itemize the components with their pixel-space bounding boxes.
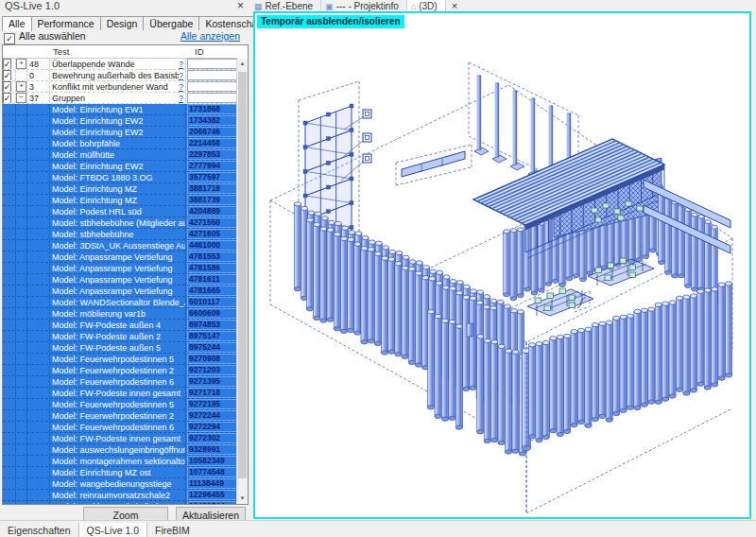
id-field[interactable]: 12296455 xyxy=(187,490,237,500)
status-tab-qs-live-1-0[interactable]: QS-Live 1.0 xyxy=(78,523,147,537)
id-field[interactable]: 10582349 xyxy=(187,456,237,466)
id-field[interactable]: 1734382 xyxy=(187,115,237,126)
id-field[interactable]: 9272294 xyxy=(187,422,237,432)
group-row[interactable]: Model: Podest HRL süd4204889 xyxy=(3,206,237,217)
id-field[interactable]: 3881718 xyxy=(187,183,237,194)
group-row[interactable]: Model: FW-Podeste innen gesamt9271718 xyxy=(3,388,237,399)
panel-close-icon[interactable]: × xyxy=(237,0,244,12)
id-field[interactable]: 9328991 xyxy=(187,444,237,455)
help-link[interactable]: ? xyxy=(179,94,183,103)
status-tab-eigenschaften[interactable]: Eigenschaften xyxy=(0,523,78,537)
group-row[interactable]: Model: Anpassrampe Vertiefung4781553 xyxy=(3,251,237,263)
group-row[interactable]: Model: stbhebebühne4271605 xyxy=(3,229,237,240)
table-row[interactable]: ✓+3Konflikt mit verbundener Wand? xyxy=(3,81,237,93)
status-tab-firebim[interactable]: FireBIM xyxy=(147,523,198,537)
id-field[interactable]: 2777994 xyxy=(187,161,237,171)
id-field[interactable] xyxy=(187,93,237,103)
group-row[interactable]: Model: Einrichtung EW11731868 xyxy=(3,104,237,115)
help-link[interactable]: ? xyxy=(179,82,183,92)
panel-tab-performance[interactable]: Performance xyxy=(31,16,101,30)
group-row[interactable]: Model: möblierung var1b6600609 xyxy=(3,308,237,320)
id-field[interactable]: 9271395 xyxy=(187,376,237,387)
id-field[interactable]: 2297853 xyxy=(187,149,237,160)
id-field[interactable]: 1731868 xyxy=(187,104,237,114)
temporary-hide-isolate-banner[interactable]: Temporär ausblenden/isolieren xyxy=(257,15,404,28)
group-row[interactable]: Model: FW-Podeste außen 48974853 xyxy=(3,320,237,331)
group-row[interactable]: Model: FW-Podeste außen 28975147 xyxy=(3,331,237,342)
3d-viewport[interactable]: Temporär ausblenden/isolieren xyxy=(253,11,751,519)
id-field[interactable]: 3881739 xyxy=(187,195,237,205)
group-row[interactable]: Model: Einrichtung MZ ost10774548 xyxy=(3,467,237,478)
id-field[interactable]: 9271718 xyxy=(187,388,237,398)
id-field[interactable]: 11138449 xyxy=(187,478,237,489)
row-checkbox[interactable]: ✓ xyxy=(3,59,11,69)
group-row[interactable]: Model: FW-Podeste außen 58975244 xyxy=(3,342,237,354)
group-row[interactable]: Model: bohrpfähle2214458 xyxy=(3,138,237,149)
group-row[interactable]: Model: WANDSectionaltor Blende_Anpassram… xyxy=(3,297,237,308)
table-row[interactable]: ✓+48Überlappende Wände? xyxy=(3,59,237,70)
id-field[interactable]: 9271203 xyxy=(187,365,237,375)
group-row[interactable]: Model: Anpassrampe Vertiefung4781665 xyxy=(3,286,237,297)
group-row[interactable]: Model: 3DStA_UK Aussenstiege Austreifung… xyxy=(3,240,237,251)
id-field[interactable]: 4781665 xyxy=(187,286,237,296)
id-field[interactable]: 12461544 xyxy=(187,501,237,504)
group-row[interactable]: Model: Anpassrampe Vertiefung4781611 xyxy=(3,274,237,286)
id-field[interactable]: 3577597 xyxy=(187,172,237,182)
row-checkbox[interactable]: ✓ xyxy=(3,81,11,92)
id-field[interactable]: 6600609 xyxy=(187,308,237,319)
collapse-minus-icon[interactable]: − xyxy=(16,93,26,103)
3d-model-canvas[interactable] xyxy=(255,13,749,517)
id-field[interactable]: 9272244 xyxy=(187,410,237,421)
id-field[interactable]: 4781586 xyxy=(187,263,237,273)
id-field[interactable]: 9272302 xyxy=(187,433,237,443)
select-all-checkbox[interactable]: ✓ xyxy=(4,33,15,44)
group-row[interactable]: Model: Einrichtung EW22777994 xyxy=(3,161,237,172)
panel-tab-design[interactable]: Design xyxy=(100,16,145,30)
id-field[interactable]: 5010117 xyxy=(187,297,237,307)
expand-plus-icon[interactable]: + xyxy=(16,59,26,69)
group-row[interactable]: Model: Einrichtung MZ3881739 xyxy=(3,195,237,206)
id-field[interactable]: 4781611 xyxy=(187,274,237,285)
group-row[interactable]: Model: stbhebebühne (Mitglieder ausgesch… xyxy=(3,217,237,229)
group-row[interactable]: Model: Stahltreppe (Mitglieder ausgeschl… xyxy=(3,501,237,504)
scrollbar-down-icon[interactable]: ▼ xyxy=(237,494,248,504)
id-field[interactable]: 2066746 xyxy=(187,127,237,137)
group-row[interactable]: Model: Feuerwehrpodestinnen 69271395 xyxy=(3,376,237,388)
group-row[interactable]: Model: Feuerwehrpodestinnen 29271203 xyxy=(3,365,237,376)
id-field[interactable]: 8975147 xyxy=(187,331,237,341)
id-field[interactable] xyxy=(187,70,237,80)
id-field[interactable] xyxy=(187,59,237,69)
panel-tab-übergabe[interactable]: Übergabe xyxy=(143,16,199,30)
id-field[interactable]: 8974853 xyxy=(187,320,237,330)
scrollbar-thumb[interactable] xyxy=(238,72,247,478)
group-row[interactable]: Model: montagerahmen sektionaltorohne an… xyxy=(3,456,237,467)
help-link[interactable]: ? xyxy=(179,71,183,80)
table-row[interactable]: ✓−37Gruppen? xyxy=(3,93,237,104)
group-row[interactable]: Model: Feuerwehrpodestinnen 69272294 xyxy=(3,422,237,433)
id-field[interactable] xyxy=(187,81,237,92)
id-field[interactable]: 2214458 xyxy=(187,138,237,148)
group-row[interactable]: Model: Einrichtung EW22066746 xyxy=(3,127,237,138)
id-field[interactable]: 9272195 xyxy=(187,399,237,409)
row-checkbox[interactable]: ✓ xyxy=(3,93,11,103)
id-field[interactable]: 4461000 xyxy=(187,240,237,251)
scrollbar-up-icon[interactable]: ▲ xyxy=(237,59,248,69)
group-row[interactable]: Model: Einrichtung EW21734382 xyxy=(3,115,237,127)
help-link[interactable]: ? xyxy=(179,60,183,69)
group-row[interactable]: Model: Feuerwehrpodestinnen 59270908 xyxy=(3,354,237,365)
group-row[interactable]: Model: Anpassrampe Vertiefung4781586 xyxy=(3,263,237,274)
id-field[interactable]: 8975244 xyxy=(187,342,237,353)
id-field[interactable]: 10774548 xyxy=(187,467,237,477)
id-field[interactable]: 4271550 xyxy=(187,217,237,228)
group-row[interactable]: Model: wangebedienungsstiege11138449 xyxy=(3,478,237,490)
id-field[interactable]: 9270908 xyxy=(187,354,237,364)
group-row[interactable]: Model: reinraumvorsatzschale212296455 xyxy=(3,490,237,501)
id-field[interactable]: 4271605 xyxy=(187,229,237,239)
group-row[interactable]: Model: FW-Podeste innen gesamt9272302 xyxy=(3,433,237,444)
expand-plus-icon[interactable]: + xyxy=(16,81,26,92)
show-all-link[interactable]: Alle anzeigen xyxy=(180,30,240,42)
group-row[interactable]: Model: Feuerwehrpodestinnen 29272244 xyxy=(3,410,237,422)
group-row[interactable]: Model: auswechslungeinbringöffnung_hrl93… xyxy=(3,444,237,456)
id-field[interactable]: 4204889 xyxy=(187,206,237,217)
id-field[interactable]: 4781553 xyxy=(187,251,237,262)
